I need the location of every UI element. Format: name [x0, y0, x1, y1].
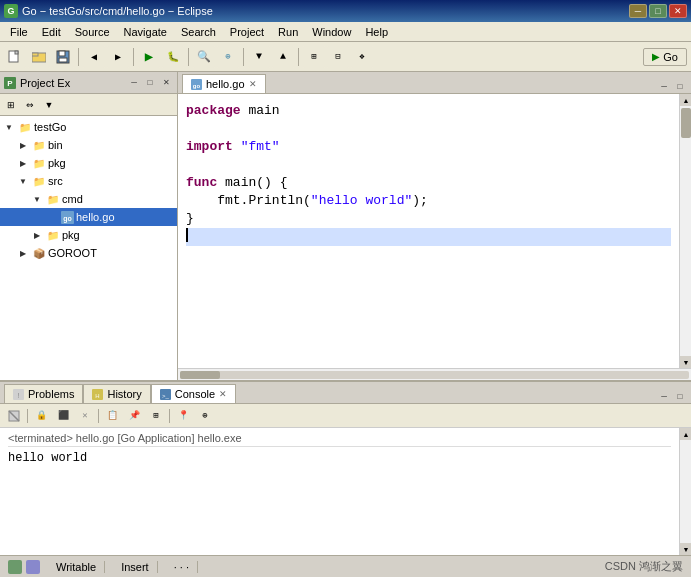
h-scrollbar-track[interactable] — [180, 371, 689, 379]
editor-vertical-scrollbar[interactable]: ▲ ▼ — [679, 94, 691, 368]
window-controls[interactable]: ─ □ ✕ — [629, 4, 687, 18]
console-paste-btn[interactable]: 📌 — [124, 407, 144, 425]
code-line-5: func main() { — [186, 174, 671, 192]
editor-maximize-btn[interactable]: □ — [673, 79, 687, 93]
toolbar-ref-btn[interactable]: ⊕ — [217, 46, 239, 68]
editor-minimize-btn[interactable]: ─ — [657, 79, 671, 93]
toolbar-save-btn[interactable] — [52, 46, 74, 68]
editor-with-scrollbar: package main import "fmt" func main() { … — [178, 94, 691, 368]
menu-project[interactable]: Project — [224, 24, 270, 40]
tree-item-bin[interactable]: ▶ 📁 bin — [0, 136, 177, 154]
menu-source[interactable]: Source — [69, 24, 116, 40]
text-cursor — [186, 228, 188, 242]
kw-package: package — [186, 102, 241, 120]
tree-item-cmd[interactable]: ▼ 📁 cmd — [0, 190, 177, 208]
bottom-minimize-btn[interactable]: ─ — [657, 389, 671, 403]
scrollbar-track[interactable] — [680, 106, 691, 356]
tree-label-src: src — [48, 175, 63, 187]
toolbar-search-btn[interactable]: 🔍 — [193, 46, 215, 68]
tree-item-testgo[interactable]: ▼ 📁 testGo — [0, 118, 177, 136]
code-line-3: import "fmt" — [186, 138, 671, 156]
toggle-cmd[interactable]: ▼ — [30, 192, 44, 206]
console-terminated-msg: <terminated> hello.go [Go Application] h… — [8, 432, 671, 447]
toggle-pkg[interactable]: ▶ — [16, 156, 30, 170]
close-button[interactable]: ✕ — [669, 4, 687, 18]
toggle-testgo[interactable]: ▼ — [2, 120, 16, 134]
toolbar-open-btn[interactable] — [28, 46, 50, 68]
toolbar-back-btn[interactable]: ◀ — [83, 46, 105, 68]
work-area: P Project Ex ─ □ ✕ ⊞ ⇔ ▼ ▼ 📁 tes — [0, 72, 691, 380]
panel-controls[interactable]: ─ □ ✕ — [127, 76, 173, 90]
toggle-src[interactable]: ▼ — [16, 174, 30, 188]
panel-close-btn[interactable]: ✕ — [159, 76, 173, 90]
toggle-pkg2[interactable]: ▶ — [30, 228, 44, 242]
view-menu-btn[interactable]: ▼ — [40, 96, 58, 114]
console-copy-btn[interactable]: 📋 — [102, 407, 122, 425]
go-run-button[interactable]: ▶ Go — [643, 48, 687, 66]
console-clear-btn[interactable] — [4, 407, 24, 425]
status-icon-2 — [26, 560, 40, 574]
tree-item-src[interactable]: ▼ 📁 src — [0, 172, 177, 190]
maximize-button[interactable]: □ — [649, 4, 667, 18]
editor-horizontal-scrollbar[interactable] — [178, 368, 691, 380]
menu-window[interactable]: Window — [306, 24, 357, 40]
tree-item-goroot[interactable]: ▶ 📦 GOROOT — [0, 244, 177, 262]
bottom-maximize-btn[interactable]: □ — [673, 389, 687, 403]
link-editor-btn[interactable]: ⇔ — [21, 96, 39, 114]
toolbar-sep-3 — [188, 48, 189, 66]
console-tab-close[interactable]: ✕ — [219, 389, 227, 399]
menu-navigate[interactable]: Navigate — [118, 24, 173, 40]
tab-problems[interactable]: ! Problems — [4, 384, 83, 403]
toolbar-extra-btn-2[interactable]: ⊟ — [327, 46, 349, 68]
tab-history[interactable]: H History — [83, 384, 150, 403]
console-pin-btn[interactable]: 📍 — [173, 407, 193, 425]
editor-content[interactable]: package main import "fmt" func main() { … — [178, 94, 679, 368]
tab-console[interactable]: >_ Console ✕ — [151, 384, 236, 403]
toolbar-new-btn[interactable] — [4, 46, 26, 68]
menu-search[interactable]: Search — [175, 24, 222, 40]
svg-text:!: ! — [18, 391, 20, 398]
toolbar-fwd-btn[interactable]: ▶ — [107, 46, 129, 68]
toolbar-extra-btn-3[interactable]: ❖ — [351, 46, 373, 68]
console-scrollbar-up[interactable]: ▲ — [680, 428, 691, 440]
toolbar-extra-btn-1[interactable]: ⊞ — [303, 46, 325, 68]
toggle-goroot[interactable]: ▶ — [16, 246, 30, 260]
console-scroll-lock-btn[interactable]: 🔒 — [31, 407, 51, 425]
code-editor[interactable]: package main import "fmt" func main() { … — [178, 98, 679, 364]
toolbar-prev-ann-btn[interactable]: ▲ — [272, 46, 294, 68]
toolbar-sep-5 — [298, 48, 299, 66]
folder-icon-pkg2: 📁 — [46, 228, 60, 242]
panel-maximize-btn[interactable]: □ — [143, 76, 157, 90]
console-remove-launch-btn[interactable]: ✕ — [75, 407, 95, 425]
scrollbar-down-btn[interactable]: ▼ — [680, 356, 691, 368]
h-scrollbar-thumb[interactable] — [180, 371, 220, 379]
console-scrollbar-down[interactable]: ▼ — [680, 543, 691, 555]
clear-console-icon — [7, 409, 21, 423]
minimize-button[interactable]: ─ — [629, 4, 647, 18]
editor-tab-hello-go[interactable]: go hello.go ✕ — [182, 74, 266, 93]
toggle-bin[interactable]: ▶ — [16, 138, 30, 152]
tree-label-testgo: testGo — [34, 121, 66, 133]
collapse-all-btn[interactable]: ⊞ — [2, 96, 20, 114]
console-open-btn[interactable]: ⊕ — [195, 407, 215, 425]
scrollbar-up-btn[interactable]: ▲ — [680, 94, 691, 106]
menu-help[interactable]: Help — [359, 24, 394, 40]
console-stop-btn[interactable]: ⬛ — [53, 407, 73, 425]
console-select-all-btn[interactable]: ⊞ — [146, 407, 166, 425]
menu-edit[interactable]: Edit — [36, 24, 67, 40]
console-vertical-scrollbar[interactable]: ▲ ▼ — [679, 428, 691, 555]
editor-tab-icon: go — [191, 79, 202, 90]
toolbar-debug-btn[interactable]: 🐛 — [162, 46, 184, 68]
console-scrollbar-track[interactable] — [680, 440, 691, 543]
tree-item-pkg2[interactable]: ▶ 📁 pkg — [0, 226, 177, 244]
tree-item-hello-go[interactable]: ▶ go hello.go — [0, 208, 177, 226]
toolbar-next-ann-btn[interactable]: ▼ — [248, 46, 270, 68]
tree-item-pkg[interactable]: ▶ 📁 pkg — [0, 154, 177, 172]
menu-file[interactable]: File — [4, 24, 34, 40]
menu-run[interactable]: Run — [272, 24, 304, 40]
editor-tab-close[interactable]: ✕ — [249, 79, 257, 89]
code-line-cursor[interactable] — [186, 228, 671, 246]
toolbar-run-btn[interactable]: ▶ — [138, 46, 160, 68]
scrollbar-thumb[interactable] — [681, 108, 691, 138]
panel-minimize-btn[interactable]: ─ — [127, 76, 141, 90]
